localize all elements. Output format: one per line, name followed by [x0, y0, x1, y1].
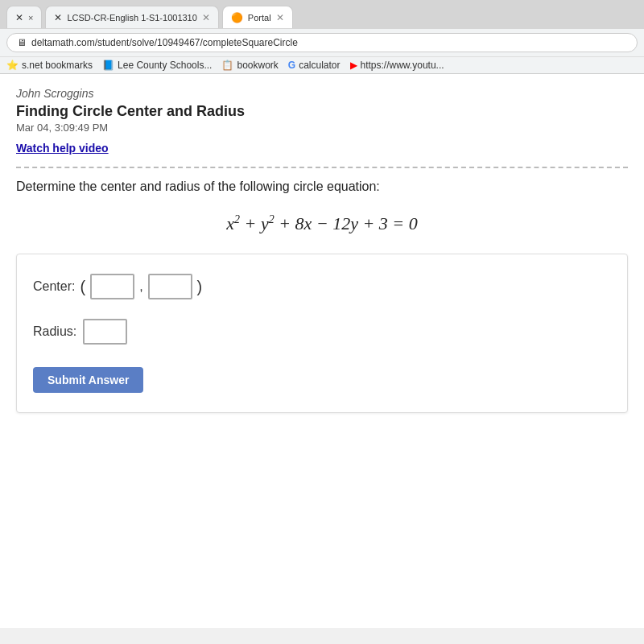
center-row: Center: ( , ) [33, 274, 611, 299]
paren-open: ( [80, 278, 85, 296]
tab-label-2: LCSD-CR-English 1-S1-1001310 [67, 13, 196, 23]
equation-display: x2 + y2 + 8x − 12y + 3 = 0 [16, 213, 628, 234]
tab-label-1: × [28, 13, 33, 23]
help-video-link[interactable]: Watch help video [16, 142, 109, 155]
bookmark-5[interactable]: ▶ https://www.youtu... [350, 60, 444, 71]
radius-label: Radius: [33, 324, 76, 339]
tab-2[interactable]: ✕ LCSD-CR-English 1-S1-1001310 ✕ [45, 6, 218, 28]
center-x-input[interactable] [90, 274, 134, 299]
radius-row: Radius: [33, 319, 611, 345]
answer-area: Center: ( , ) Radius: Submit Answer [16, 254, 628, 413]
radius-input[interactable] [83, 319, 127, 345]
tab-close-3[interactable]: ✕ [276, 12, 284, 23]
bookmark-icon-1: ⭐ [6, 60, 19, 71]
tab-label-3: Portal [248, 13, 271, 23]
comma-separator: , [139, 279, 142, 294]
center-y-input[interactable] [148, 274, 192, 299]
bookmark-1[interactable]: ⭐ s.net bookmarks [6, 60, 93, 71]
bookmark-icon-5: ▶ [350, 60, 357, 71]
address-bar-row: 🖥 deltamath.com/student/solve/10949467/c… [0, 29, 644, 56]
bookmark-label-2: Lee County Schools... [118, 60, 212, 71]
bookmark-label-5: https://www.youtu... [361, 60, 444, 71]
bookmark-2[interactable]: 📘 Lee County Schools... [102, 60, 212, 71]
tab-1[interactable]: ✕ × [6, 6, 42, 28]
bookmark-label-4: calculator [299, 60, 340, 71]
problem-title: Finding Circle Center and Radius [16, 103, 628, 120]
tab-bar: ✕ × ✕ LCSD-CR-English 1-S1-1001310 ✕ 🟠 P… [0, 0, 644, 29]
section-divider [16, 167, 628, 168]
bookmark-label-3: bookwork [237, 60, 278, 71]
bookmark-label-1: s.net bookmarks [22, 60, 93, 71]
problem-date: Mar 04, 3:09:49 PM [16, 122, 628, 134]
tab-close-2[interactable]: ✕ [202, 12, 210, 23]
tab-favicon-2: ✕ [54, 12, 62, 23]
paren-close: ) [197, 278, 203, 296]
center-label: Center: [33, 279, 75, 294]
tab-favicon-3: 🟠 [231, 12, 243, 23]
bookmark-4[interactable]: G calculator [288, 60, 341, 71]
address-icon: 🖥 [17, 37, 27, 48]
tab-favicon-1: ✕ [15, 12, 23, 23]
bookmark-3[interactable]: 📋 bookwork [221, 60, 278, 71]
bookmark-icon-2: 📘 [102, 60, 114, 71]
browser-chrome: ✕ × ✕ LCSD-CR-English 1-S1-1001310 ✕ 🟠 P… [0, 0, 644, 74]
address-text: deltamath.com/student/solve/10949467/com… [31, 37, 298, 48]
submit-answer-button[interactable]: Submit Answer [33, 367, 143, 393]
tab-3[interactable]: 🟠 Portal ✕ [222, 6, 293, 28]
address-bar[interactable]: 🖥 deltamath.com/student/solve/10949467/c… [6, 33, 638, 52]
bookmarks-bar: ⭐ s.net bookmarks 📘 Lee County Schools..… [0, 56, 644, 73]
equation-text: x2 + y2 + 8x − 12y + 3 = 0 [226, 213, 417, 233]
problem-statement: Determine the center and radius of the f… [16, 180, 628, 194]
page-content: John Scroggins Finding Circle Center and… [0, 74, 644, 628]
student-name: John Scroggins [16, 87, 628, 100]
bookmark-icon-4: G [288, 60, 295, 71]
bookmark-icon-3: 📋 [221, 60, 233, 71]
